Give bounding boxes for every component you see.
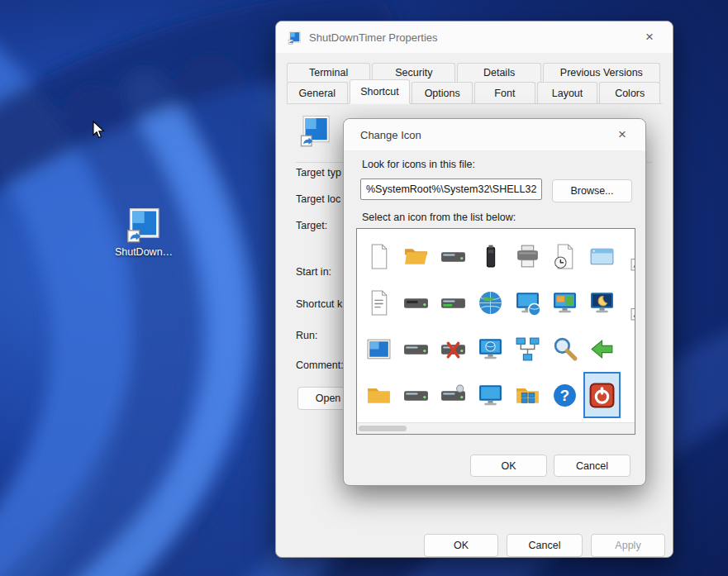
- properties-tab-row-1: TerminalSecurityDetailsPrevious Versions: [287, 63, 662, 82]
- tab-layout[interactable]: Layout: [537, 82, 598, 103]
- properties-title: ShutDownTimer Properties: [309, 31, 633, 44]
- icon-grid-item-sleep-monitor[interactable]: [583, 279, 621, 326]
- icon-grid-item-partial-shortcut-arrow[interactable]: [623, 233, 635, 283]
- change-icon-cancel-button[interactable]: Cancel: [554, 455, 630, 477]
- comment-label: Comment:: [296, 359, 344, 371]
- properties-title-icon: [288, 31, 302, 45]
- change-icon-ok-button[interactable]: OK: [470, 455, 547, 477]
- start-in-label: Start in:: [296, 266, 331, 278]
- icon-grid-item-document-clock[interactable]: [546, 233, 583, 279]
- icon-grid-item-display-settings[interactable]: [546, 279, 583, 326]
- icon-grid-item-app-window[interactable]: [583, 233, 621, 279]
- browse-button[interactable]: Browse...: [552, 179, 632, 202]
- icon-grid-item-shutdown[interactable]: [583, 372, 621, 418]
- icon-grid-item-text-document[interactable]: [360, 279, 397, 326]
- icon-grid-item-search[interactable]: [546, 326, 583, 372]
- icon-grid-item-partial-shortcut-arrow[interactable]: [623, 283, 635, 332]
- icon-grid-item-network-computer[interactable]: [509, 279, 546, 326]
- target-type-label: Target typ: [296, 167, 341, 179]
- icon-grid-item-hard-drive[interactable]: [435, 233, 472, 279]
- run-label: Run:: [296, 330, 317, 341]
- properties-close-icon[interactable]: ×: [633, 25, 666, 50]
- icon-grid-item-blank-document[interactable]: [360, 233, 397, 279]
- icon-grid-item-network-nodes[interactable]: [509, 326, 546, 372]
- icon-grid-item-network-drive[interactable]: [435, 372, 472, 418]
- target-label: Target:: [296, 220, 327, 231]
- icon-grid-item-picture[interactable]: [360, 326, 397, 372]
- select-icon-label: Select an icon from the list below:: [362, 212, 516, 223]
- horizontal-scrollbar[interactable]: [357, 422, 635, 434]
- icon-grid-item-floppy-drive[interactable]: [397, 279, 435, 326]
- icon-grid: ?: [360, 233, 621, 418]
- target-location-label: Target loc: [296, 193, 340, 205]
- properties-ok-button[interactable]: OK: [424, 534, 498, 557]
- icon-grid-item-globe[interactable]: [472, 279, 509, 326]
- tab-details[interactable]: Details: [457, 63, 540, 82]
- tab-previous-versions[interactable]: Previous Versions: [543, 63, 660, 82]
- icon-grid-item-program-folder[interactable]: [509, 372, 546, 418]
- change-icon-close-icon[interactable]: ×: [606, 122, 639, 147]
- icon-grid-item-monitor[interactable]: [472, 372, 509, 418]
- icon-grid-item-printer[interactable]: [509, 233, 546, 279]
- change-icon-title: Change Icon: [360, 129, 606, 141]
- tab-font[interactable]: Font: [474, 82, 535, 103]
- icon-grid-item-hard-drive[interactable]: [397, 326, 435, 372]
- change-icon-titlebar: Change Icon ×: [344, 119, 645, 150]
- desktop-shortcut-shutdowntimer[interactable]: ShutDown…: [107, 207, 180, 258]
- mouse-cursor: [93, 121, 105, 142]
- desktop-shortcut-label: ShutDown…: [107, 246, 180, 258]
- properties-cancel-button[interactable]: Cancel: [507, 534, 583, 557]
- icon-grid-item-battery[interactable]: [472, 233, 509, 279]
- icon-file-input[interactable]: [360, 179, 542, 200]
- tab-colors[interactable]: Colors: [599, 82, 660, 103]
- icon-grid-item-folder[interactable]: [360, 372, 397, 418]
- icon-grid-item-back-arrow[interactable]: [583, 326, 621, 372]
- shortcut-key-label: Shortcut k: [296, 298, 342, 310]
- icon-grid-item-empty: [623, 332, 635, 382]
- icon-grid-partial-column: [623, 233, 635, 431]
- icon-grid-item-help[interactable]: ?: [546, 372, 583, 418]
- file-label: Look for icons in this file:: [362, 159, 475, 170]
- change-icon-dialog: Change Icon × Look for icons in this fil…: [343, 118, 646, 486]
- svg-text:?: ?: [560, 387, 569, 404]
- tab-general[interactable]: General: [287, 82, 348, 103]
- tab-shortcut[interactable]: Shortcut: [350, 79, 411, 103]
- shutdowntimer-app-icon: [126, 207, 162, 243]
- tab-options[interactable]: Options: [412, 82, 473, 103]
- icon-grid-item-internet-monitor[interactable]: [472, 326, 509, 372]
- properties-apply-button[interactable]: Apply: [591, 534, 665, 557]
- icon-grid-item-open-folder[interactable]: [397, 233, 435, 279]
- icon-grid-item-cd-drive[interactable]: [435, 279, 472, 326]
- properties-titlebar: ShutDownTimer Properties ×: [276, 21, 673, 53]
- properties-tab-row-2: GeneralShortcutOptionsFontLayoutColors: [287, 82, 662, 104]
- icon-grid-item-disconnected-drive[interactable]: [435, 326, 472, 372]
- icon-grid-item-hard-drive[interactable]: [397, 372, 435, 418]
- icon-listbox: ?: [356, 228, 635, 435]
- shortcut-page-icon: [299, 114, 332, 147]
- desktop: ShutDown… ShutDownTimer Properties × Ter…: [0, 0, 728, 576]
- horizontal-scrollbar-thumb[interactable]: [359, 426, 407, 431]
